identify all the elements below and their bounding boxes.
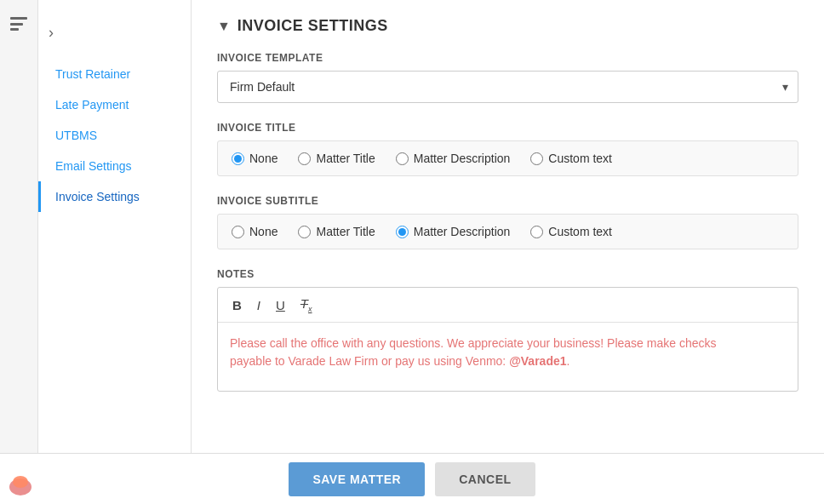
footer: SAVE MATTER CANCEL — [0, 453, 824, 504]
save-matter-button[interactable]: SAVE MATTER — [289, 462, 425, 496]
editor-toolbar: B I U Tx — [218, 288, 798, 323]
invoice-template-group: INVOICE TEMPLATE Firm DefaultStandardDet… — [217, 52, 798, 103]
invoice-title-label: INVOICE TITLE — [217, 122, 798, 134]
invoice-title-group: INVOICE TITLE None Matter Title Matter D… — [217, 122, 798, 176]
svg-point-1 — [13, 476, 28, 488]
subtitle-custom-label: Custom text — [548, 225, 612, 238]
sidebar-item-invoice-settings[interactable]: Invoice Settings — [38, 181, 191, 212]
invoice-template-select[interactable]: Firm DefaultStandardDetailedCustom — [217, 71, 798, 103]
icon-column — [0, 0, 38, 453]
invoice-title-radio-group: None Matter Title Matter Description Cus… — [217, 140, 798, 176]
sidebar-nav: › Trust Retainer Late Payment UTBMS Emai… — [38, 0, 192, 453]
section-toggle[interactable]: ▼ — [217, 19, 231, 34]
notes-label: NOTES — [217, 268, 798, 280]
title-matter-desc-label: Matter Description — [414, 152, 511, 165]
title-matter-title-label: Matter Title — [316, 152, 375, 165]
underline-button[interactable]: U — [272, 296, 289, 314]
italic-button[interactable]: I — [253, 296, 265, 314]
sidebar-item-utbms[interactable]: UTBMS — [38, 120, 191, 151]
notes-text-end: . — [567, 354, 570, 368]
subtitle-option-none[interactable]: None — [232, 225, 278, 238]
chart-icon[interactable] — [10, 10, 27, 37]
title-custom-label: Custom text — [548, 152, 612, 165]
subtitle-none-label: None — [249, 225, 278, 238]
invoice-subtitle-group: INVOICE SUBTITLE None Matter Title Matte… — [217, 195, 798, 249]
title-option-custom[interactable]: Custom text — [530, 152, 612, 165]
clear-format-button[interactable]: Tx — [296, 295, 317, 315]
notes-content[interactable]: Please call the office with any question… — [218, 323, 798, 391]
invoice-subtitle-label: INVOICE SUBTITLE — [217, 195, 798, 207]
logo — [7, 470, 34, 497]
subtitle-option-matter-title[interactable]: Matter Title — [298, 225, 375, 238]
bold-button[interactable]: B — [228, 296, 246, 314]
notes-group: NOTES B I U Tx Please call the office wi… — [217, 268, 798, 392]
notes-text-line1: Please call the office with any question… — [230, 336, 716, 350]
main-content: ▼ INVOICE SETTINGS INVOICE TEMPLATE Firm… — [192, 0, 824, 453]
subtitle-matter-title-label: Matter Title — [316, 225, 375, 238]
title-none-label: None — [249, 152, 278, 165]
sidebar-chevron[interactable]: › — [38, 15, 191, 50]
section-title: INVOICE SETTINGS — [237, 17, 388, 35]
title-option-none[interactable]: None — [232, 152, 278, 165]
title-option-matter-title[interactable]: Matter Title — [298, 152, 375, 165]
subtitle-matter-desc-label: Matter Description — [414, 225, 511, 238]
notes-text-bold: @Varade1 — [509, 354, 566, 368]
notes-text-line2: payable to Varade Law Firm or pay us usi… — [230, 354, 509, 368]
cancel-button[interactable]: CANCEL — [435, 462, 535, 496]
invoice-template-label: INVOICE TEMPLATE — [217, 52, 798, 64]
notes-editor: B I U Tx Please call the office with any… — [217, 287, 798, 392]
subtitle-option-custom[interactable]: Custom text — [530, 225, 612, 238]
title-option-matter-desc[interactable]: Matter Description — [396, 152, 511, 165]
invoice-template-select-wrapper: Firm DefaultStandardDetailedCustom ▾ — [217, 71, 798, 103]
sidebar-item-email-settings[interactable]: Email Settings — [38, 151, 191, 181]
invoice-subtitle-radio-group: None Matter Title Matter Description Cus… — [217, 214, 798, 249]
sidebar-item-trust-retainer[interactable]: Trust Retainer — [38, 59, 191, 89]
section-header: ▼ INVOICE SETTINGS — [217, 17, 798, 35]
sidebar-item-late-payment[interactable]: Late Payment — [38, 89, 191, 120]
subtitle-option-matter-desc[interactable]: Matter Description — [396, 225, 511, 238]
